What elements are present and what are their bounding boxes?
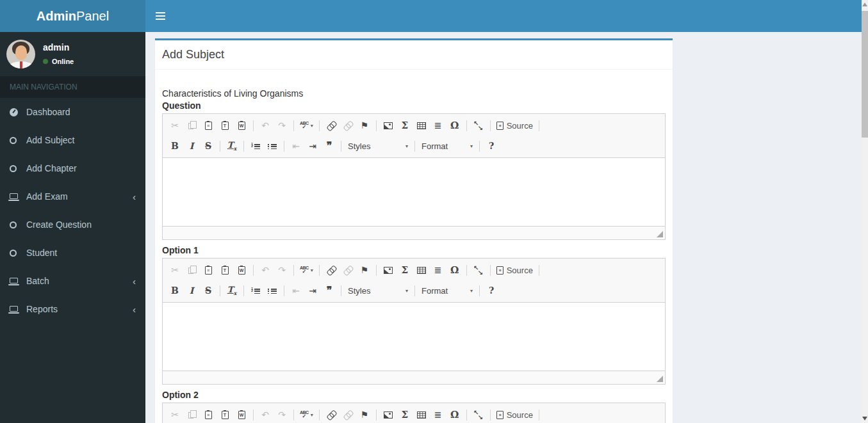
sidebar-item-add-subject[interactable]: Add Subject bbox=[0, 126, 145, 154]
table-button[interactable] bbox=[414, 262, 429, 278]
resize-handle[interactable] bbox=[657, 231, 663, 237]
indent-button[interactable]: ⇥ bbox=[305, 283, 320, 298]
sidebar-item-label: Student bbox=[26, 248, 57, 258]
redo-icon: ↷ bbox=[278, 266, 286, 275]
numbered-list-button[interactable] bbox=[248, 283, 263, 298]
user-status[interactable]: Online bbox=[43, 58, 74, 65]
paste-icon: ≡ bbox=[205, 122, 212, 130]
page-scrollbar[interactable] bbox=[862, 0, 868, 423]
spell-check-button[interactable]: ABC✓▾ bbox=[298, 407, 315, 422]
numbered-list-icon bbox=[251, 143, 260, 150]
indent-button[interactable]: ⇥ bbox=[305, 138, 320, 154]
anchor-button[interactable]: ⚑ bbox=[357, 262, 372, 278]
numbered-list-icon bbox=[251, 287, 260, 294]
blockquote-button[interactable]: ❞ bbox=[322, 283, 337, 298]
source-button[interactable]: Source bbox=[495, 118, 535, 133]
chevron-left-icon: ‹ bbox=[133, 276, 136, 287]
bold-button[interactable]: B bbox=[167, 283, 183, 298]
horizontal-rule-button[interactable]: ≣ bbox=[430, 262, 446, 278]
source-button[interactable]: Source bbox=[495, 407, 535, 422]
image-button[interactable] bbox=[381, 407, 396, 422]
question-editing-area[interactable] bbox=[163, 158, 665, 226]
image-button[interactable] bbox=[381, 118, 396, 133]
blockquote-button[interactable]: ❞ bbox=[322, 138, 337, 154]
app-logo[interactable]: AdminPanel bbox=[0, 0, 145, 32]
special-character-button[interactable]: Ω bbox=[447, 407, 463, 422]
paste-button[interactable]: ≡ bbox=[201, 118, 216, 133]
copy-icon bbox=[188, 267, 193, 274]
numbered-list-button[interactable] bbox=[248, 138, 263, 154]
sidebar-toggle-button[interactable] bbox=[145, 0, 175, 32]
paste-from-word-icon: W bbox=[238, 411, 245, 419]
math-formula-icon: Σ bbox=[401, 410, 408, 420]
link-button[interactable] bbox=[323, 118, 339, 133]
sidebar-item-dashboard[interactable]: Dashboard bbox=[0, 98, 145, 126]
paste-button[interactable]: ≡ bbox=[201, 262, 216, 278]
source-icon bbox=[496, 266, 504, 275]
link-button[interactable] bbox=[323, 407, 339, 422]
toolbar-separator bbox=[253, 120, 254, 131]
toolbar-separator bbox=[479, 141, 480, 152]
horizontal-rule-button[interactable]: ≣ bbox=[430, 407, 446, 422]
scroll-up-arrow-icon[interactable] bbox=[862, 3, 867, 6]
paste-plain-text-button[interactable]: T bbox=[217, 407, 233, 422]
maximize-button[interactable] bbox=[471, 262, 486, 278]
remove-format-button[interactable]: Tx bbox=[224, 138, 240, 154]
paste-from-word-button[interactable]: W bbox=[234, 118, 249, 133]
horizontal-rule-button[interactable]: ≣ bbox=[430, 118, 446, 133]
sidebar-item-batch[interactable]: Batch‹ bbox=[0, 267, 145, 295]
styles-button[interactable]: Styles▾ bbox=[345, 138, 411, 154]
paste-from-word-button[interactable]: W bbox=[234, 407, 249, 422]
italic-button[interactable]: I bbox=[184, 138, 199, 154]
format-button[interactable]: Format▾ bbox=[419, 138, 475, 154]
scroll-down-arrow-icon[interactable] bbox=[862, 417, 867, 420]
anchor-button[interactable]: ⚑ bbox=[357, 407, 372, 422]
sidebar-item-student[interactable]: Student bbox=[0, 239, 145, 267]
strikethrough-button[interactable]: S bbox=[201, 283, 216, 298]
toolbar-separator bbox=[243, 285, 244, 296]
bulleted-list-button[interactable] bbox=[265, 138, 280, 154]
paste-plain-text-button[interactable]: T bbox=[217, 262, 233, 278]
sidebar-item-reports[interactable]: Reports‹ bbox=[0, 295, 145, 323]
special-character-button[interactable]: Ω bbox=[447, 118, 463, 133]
image-button[interactable] bbox=[381, 262, 396, 278]
sidebar-item-add-exam[interactable]: Add Exam‹ bbox=[0, 182, 145, 211]
table-button[interactable] bbox=[414, 118, 429, 133]
about-button[interactable]: ? bbox=[484, 283, 499, 298]
sidebar-item-create-question[interactable]: Create Question bbox=[0, 211, 145, 239]
anchor-button[interactable]: ⚑ bbox=[357, 118, 372, 133]
undo-button: ↶ bbox=[258, 118, 273, 133]
toolbar-separator bbox=[341, 285, 341, 296]
about-button[interactable]: ? bbox=[484, 138, 499, 154]
math-formula-button[interactable]: Σ bbox=[397, 407, 413, 422]
bulleted-list-button[interactable] bbox=[265, 283, 280, 298]
format-button[interactable]: Format▾ bbox=[419, 283, 475, 298]
table-button[interactable] bbox=[414, 407, 429, 422]
paste-button[interactable]: ≡ bbox=[201, 407, 216, 422]
remove-format-button[interactable]: Tx bbox=[224, 283, 240, 298]
special-character-button[interactable]: Ω bbox=[447, 262, 463, 278]
source-button[interactable]: Source bbox=[495, 262, 535, 278]
spell-check-button[interactable]: ABC✓▾ bbox=[298, 118, 315, 133]
undo-icon: ↶ bbox=[261, 266, 269, 275]
option-1-editing-area[interactable] bbox=[163, 303, 665, 371]
maximize-button[interactable] bbox=[471, 118, 486, 133]
indent-icon: ⇥ bbox=[309, 141, 316, 150]
maximize-button[interactable] bbox=[471, 407, 486, 422]
sidebar-item-add-chapter[interactable]: Add Chapter bbox=[0, 154, 145, 182]
strikethrough-icon: S bbox=[205, 286, 211, 295]
paste-from-word-button[interactable]: W bbox=[234, 262, 249, 278]
resize-handle[interactable] bbox=[657, 376, 663, 382]
scrollbar-thumb[interactable] bbox=[862, 11, 868, 138]
strikethrough-button[interactable]: S bbox=[201, 138, 216, 154]
italic-button[interactable]: I bbox=[184, 283, 199, 298]
spell-check-button[interactable]: ABC✓▾ bbox=[298, 262, 315, 278]
paste-plain-text-button[interactable]: T bbox=[217, 118, 233, 133]
bold-button[interactable]: B bbox=[167, 138, 183, 154]
math-formula-button[interactable]: Σ bbox=[397, 118, 413, 133]
math-formula-button[interactable]: Σ bbox=[397, 262, 413, 278]
option-2-label: Option 2 bbox=[162, 390, 666, 400]
link-button[interactable] bbox=[323, 262, 339, 278]
styles-button[interactable]: Styles▾ bbox=[345, 283, 411, 298]
about-icon: ? bbox=[489, 141, 494, 150]
